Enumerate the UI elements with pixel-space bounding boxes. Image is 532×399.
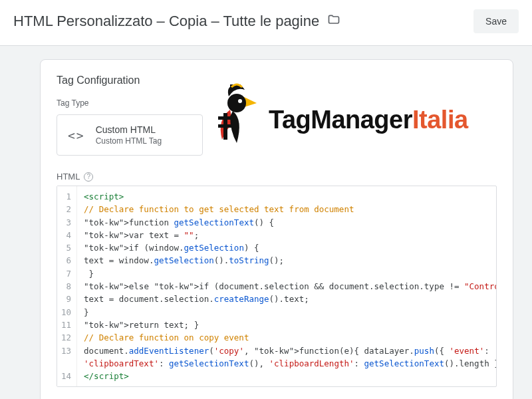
save-button[interactable]: Save [473, 9, 519, 33]
code-gutter: 1234567891011121314 [57, 186, 77, 386]
code-content[interactable]: <script>// Declare function to get selec… [77, 186, 496, 386]
help-icon[interactable]: ? [84, 172, 93, 182]
tag-type-name: Custom HTML [96, 124, 162, 135]
tag-type-subtitle: Custom HTML Tag [96, 136, 162, 146]
svg-rect-3 [223, 113, 227, 140]
woodpecker-icon [203, 83, 263, 156]
logo-text: TagManagerItalia [269, 106, 468, 134]
folder-icon[interactable] [327, 13, 340, 29]
tag-type-label: Tag Type [57, 98, 497, 108]
tag-configuration-card: Tag Configuration Tag Type <> Custom HTM… [40, 59, 513, 399]
html-field-label: HTML [57, 172, 80, 182]
svg-rect-4 [218, 116, 233, 120]
tag-type-selector[interactable]: <> Custom HTML Custom HTML Tag [57, 114, 203, 156]
logo-overlay: TagManagerItalia [203, 80, 503, 160]
card-title: Tag Configuration [57, 74, 497, 86]
code-brackets-icon: <> [68, 128, 85, 142]
html-code-editor[interactable]: 1234567891011121314 <script>// Declare f… [57, 186, 497, 387]
page-title: HTML Personalizzato – Copia – Tutte le p… [13, 13, 319, 30]
svg-rect-5 [218, 124, 233, 128]
